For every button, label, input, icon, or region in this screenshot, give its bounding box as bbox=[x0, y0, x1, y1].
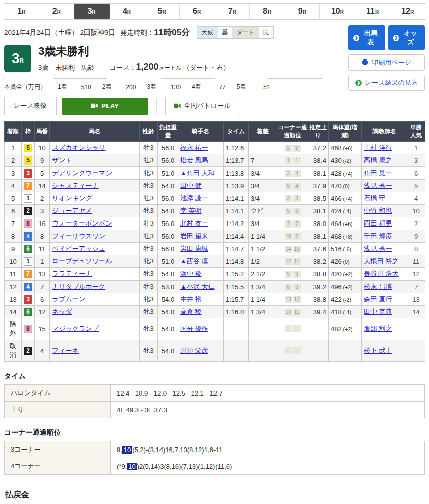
trainer-link[interactable]: 服部 利之 bbox=[364, 325, 392, 332]
race-tab-2r[interactable]: 2R bbox=[39, 4, 75, 19]
corner-box: 6 bbox=[293, 208, 301, 215]
winner-highlight: 10 bbox=[127, 463, 137, 470]
horse-name-link[interactable]: シャスティーナ bbox=[52, 182, 99, 189]
corner-box: 10 bbox=[285, 233, 292, 240]
trainer-link[interactable]: 大根田 裕之 bbox=[364, 257, 399, 265]
jockey-link[interactable]: 松若 風馬 bbox=[180, 156, 208, 164]
race-tab-3r[interactable]: 3R bbox=[74, 4, 110, 19]
trainer-link[interactable]: 岡田 稲男 bbox=[364, 219, 392, 227]
corner-positions: 1413 bbox=[277, 243, 308, 255]
corner-row-value: 9,10(5,2)-(3,14)16,7,13(8,12)1,6-11 bbox=[111, 441, 425, 458]
horse-name-link[interactable]: スズカキンシャサ bbox=[52, 144, 105, 151]
corner-positions bbox=[277, 340, 308, 362]
jockey-link[interactable]: 高倉 稜 bbox=[180, 308, 202, 315]
race-tab-7r[interactable]: 7R bbox=[215, 4, 250, 19]
corner-box: 9 bbox=[293, 271, 301, 278]
trainer-link[interactable]: 石橋 守 bbox=[364, 194, 386, 202]
race-tab-9r[interactable]: 9R bbox=[285, 4, 320, 19]
entry-table-button[interactable]: ❯ 出馬表 bbox=[348, 25, 385, 50]
jockey-link[interactable]: ▲西谷 凜 bbox=[180, 257, 208, 265]
trainer-link[interactable]: 角田 晃一 bbox=[364, 169, 392, 177]
horse-name-link[interactable]: ジョーアヤメ bbox=[52, 207, 92, 214]
finish-position: 12 bbox=[5, 281, 22, 293]
jockey-link[interactable]: ▲角田 大和 bbox=[180, 169, 215, 177]
trainer-link[interactable]: 上村 洋行 bbox=[364, 144, 392, 151]
finish-position: 4 bbox=[5, 180, 22, 192]
jockey-link[interactable]: 中井 裕二 bbox=[180, 295, 208, 303]
corner-positions: 1011 bbox=[277, 306, 308, 318]
race-tab-11r[interactable]: 11R bbox=[355, 4, 391, 19]
horse-name-link[interactable]: ナリタブルホーク bbox=[52, 283, 105, 290]
horse-name-link[interactable]: ローブデュソワール bbox=[52, 257, 112, 265]
jockey-link[interactable]: 岩田 康誠 bbox=[180, 245, 208, 252]
trainer-link[interactable]: 松永 昌博 bbox=[364, 283, 392, 290]
trainer-link[interactable]: 田中 克典 bbox=[364, 308, 392, 315]
odds-button[interactable]: ❯ オッズ bbox=[388, 25, 425, 50]
trainer-link[interactable]: 長谷川 浩大 bbox=[364, 270, 399, 277]
race-video-label[interactable]: レース映像 bbox=[4, 97, 57, 115]
frame-badge: 2 bbox=[24, 347, 32, 355]
horse-name-link[interactable]: ラブムーン bbox=[52, 295, 85, 303]
horse-name-link[interactable]: ララティーナ bbox=[52, 270, 92, 277]
result-row: 7816ウォーターボンボン牡356.0北村 友一1:14.23/47738.04… bbox=[5, 217, 425, 230]
results-guide-button[interactable]: ❯ レース結果の見方 bbox=[348, 75, 425, 91]
corner-row-value: (*9,10)2(5,14)3(8,16)(7,13)(1,12)(11,6) bbox=[111, 458, 425, 475]
horse-weight: 470 (0) bbox=[329, 180, 362, 192]
race-tab-4r[interactable]: 4R bbox=[110, 4, 145, 19]
jockey-link[interactable]: 池添 謙一 bbox=[180, 194, 208, 202]
horse-name-link[interactable]: ネッダ bbox=[52, 308, 72, 315]
margin: 3/4 bbox=[249, 167, 277, 180]
patrol-video-button[interactable]: 全周パトロール bbox=[165, 97, 239, 115]
horse-name-link[interactable]: フィーリウスワン bbox=[52, 232, 105, 240]
jockey-link[interactable]: 幸 英明 bbox=[180, 207, 202, 214]
corner-row: 4コーナー(*9,10)2(5,14)3(8,16)(7,13)(1,12)(1… bbox=[5, 458, 425, 475]
trainer-link[interactable]: 松下 武士 bbox=[364, 347, 392, 354]
horse-name-link[interactable]: マジックランプ bbox=[52, 325, 99, 332]
trainer-link[interactable]: 高橋 康之 bbox=[364, 156, 392, 164]
jockey-link[interactable]: 田中 健 bbox=[180, 182, 202, 189]
frame-badge: 7 bbox=[24, 270, 32, 278]
horse-name-link[interactable]: デアリングウーマン bbox=[52, 169, 112, 177]
jockey-link[interactable]: ▲小沢 大仁 bbox=[180, 283, 215, 290]
race-tab-10r[interactable]: 10R bbox=[320, 4, 355, 19]
trainer-link[interactable]: 千田 輝彦 bbox=[364, 232, 392, 240]
horse-name-link[interactable]: ザント bbox=[52, 156, 72, 164]
win-popularity: 8 bbox=[407, 243, 425, 255]
race-date: 2021年4月24日（土曜） 2回阪神9日 bbox=[4, 28, 115, 37]
race-tab-5r[interactable]: 5R bbox=[144, 4, 180, 19]
jockey-link[interactable]: 川須 栄彦 bbox=[180, 347, 208, 354]
race-tab-1r[interactable]: 1R bbox=[4, 4, 39, 19]
trainer-link[interactable]: 浅見 秀一 bbox=[364, 245, 392, 252]
race-tab-8r[interactable]: 8R bbox=[250, 4, 285, 19]
corner-box: 7 bbox=[293, 220, 301, 228]
jockey-link[interactable]: 岩田 望来 bbox=[180, 232, 208, 240]
prize-amount: 510 bbox=[76, 84, 91, 91]
jockey-link[interactable]: 北村 友一 bbox=[180, 219, 208, 227]
jockey-link[interactable]: 浜中 俊 bbox=[180, 270, 202, 277]
trainer-link[interactable]: 森田 直行 bbox=[364, 295, 392, 303]
result-row: 4714シャスティーナ牝354.0田中 健1:13.93/45437.9470 … bbox=[5, 180, 425, 192]
print-page-button[interactable]: 印刷用ページ bbox=[348, 54, 425, 71]
race-tab-12r[interactable]: 12R bbox=[390, 4, 425, 19]
trainer-link[interactable]: 浅見 秀一 bbox=[364, 182, 392, 189]
corner-box: 13 bbox=[293, 246, 301, 253]
horse-name-link[interactable]: ウォーターボンボン bbox=[52, 219, 112, 227]
prize-amount: 51 bbox=[255, 84, 270, 91]
horse-name-link[interactable]: フィーネ bbox=[52, 347, 79, 354]
race-tab-6r[interactable]: 6R bbox=[180, 4, 215, 19]
finish-position: 6 bbox=[5, 205, 22, 217]
sex-age: 牝3 bbox=[140, 205, 158, 217]
horse-name-link[interactable]: リオンキング bbox=[52, 194, 92, 202]
jockey-link[interactable]: 福永 祐一 bbox=[180, 144, 208, 151]
horse-name-link[interactable]: ベイビーアッシュ bbox=[52, 245, 105, 252]
sex-age: 牝3 bbox=[140, 318, 158, 340]
payout-section: 払戻金 単勝10140円1番人気複勝10110円1番人気9200円4番人気536… bbox=[4, 490, 425, 504]
jockey-link[interactable]: 国分 優作 bbox=[180, 325, 208, 332]
trainer-link[interactable]: 中竹 和也 bbox=[364, 207, 392, 214]
corner-table: 3コーナー9,10(5,2)-(3,14)16,7,13(8,12)1,6-11… bbox=[4, 441, 425, 475]
play-button[interactable]: PLAY bbox=[62, 98, 148, 115]
column-header: コーナー通過順位 bbox=[277, 122, 308, 142]
carried-weight: 51.0 bbox=[158, 167, 178, 180]
corner-box: 3 bbox=[285, 170, 292, 177]
result-row: 除外815マジックランプ牝354.0国分 優作482 (+2)服部 利之 bbox=[5, 318, 425, 340]
